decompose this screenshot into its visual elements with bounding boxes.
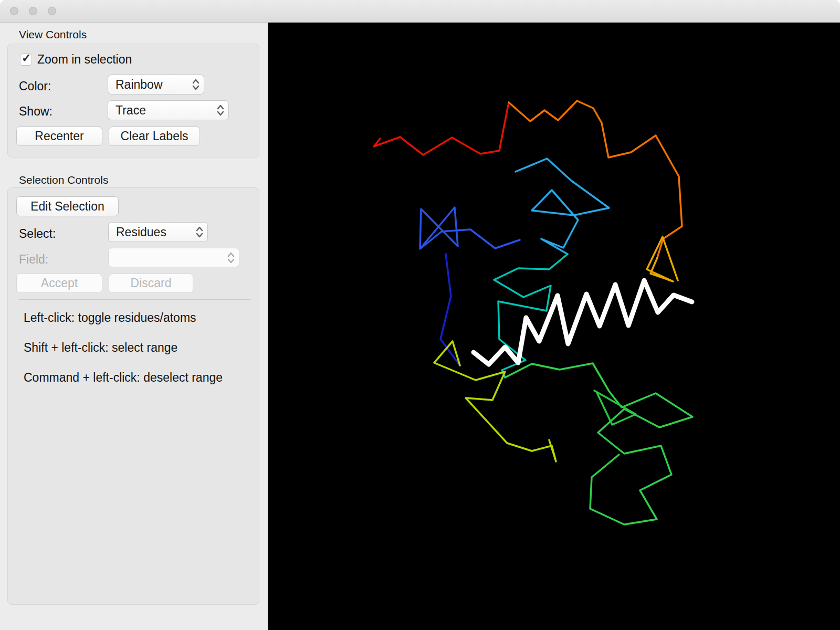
recenter-button[interactable]: Recenter: [16, 127, 102, 146]
zoom-in-selection-label: Zoom in selection: [37, 52, 132, 67]
trace-segment-n-terminus-red: [374, 102, 509, 155]
trace-segment-selected-residues-white: [474, 280, 692, 364]
instruction-shift-left-click: Shift + left-click: select range: [24, 341, 177, 355]
updown-chevron-icon: [226, 251, 236, 265]
select-popup[interactable]: Residues: [108, 222, 208, 242]
show-popup[interactable]: Trace: [108, 100, 229, 120]
updown-chevron-icon: [191, 78, 201, 91]
trace-segment-green-knot: [594, 391, 636, 425]
selection-controls-title: Selection Controls: [19, 174, 108, 186]
molecule-viewport[interactable]: [268, 23, 840, 630]
app-window: View Controls ✓ Zoom in selection Color:…: [0, 0, 840, 630]
trace-segment-teal: [494, 254, 568, 377]
title-bar: [0, 0, 840, 23]
trace-segment-orange: [509, 101, 682, 258]
show-popup-value: Trace: [116, 103, 146, 118]
field-label: Field:: [19, 253, 48, 267]
close-button[interactable]: [10, 7, 18, 15]
accept-button[interactable]: Accept: [16, 274, 102, 293]
show-label: Show:: [19, 104, 52, 119]
trace-segment-blue: [420, 207, 520, 249]
updown-chevron-icon: [195, 225, 204, 239]
instruction-left-click: Left-click: toggle residues/atoms: [24, 311, 196, 325]
trace-segment-green: [505, 363, 692, 524]
select-label: Select:: [19, 227, 56, 241]
control-sidebar: View Controls ✓ Zoom in selection Color:…: [0, 23, 268, 630]
minimize-button[interactable]: [29, 7, 37, 15]
protein-trace-svg: [268, 23, 840, 630]
zoom-window-button[interactable]: [48, 7, 56, 15]
instructions-divider: [19, 299, 250, 300]
discard-button[interactable]: Discard: [109, 274, 193, 293]
instruction-command-left-click: Command + left-click: deselect range: [24, 371, 223, 385]
trace-segment-dark-blue: [440, 254, 460, 365]
color-popup[interactable]: Rainbow: [108, 75, 204, 94]
trace-segment-sky-blue: [516, 159, 609, 254]
select-popup-value: Residues: [116, 225, 166, 239]
checkmark-icon: ✓: [22, 51, 31, 65]
updown-chevron-icon: [216, 103, 225, 117]
edit-selection-button[interactable]: Edit Selection: [16, 196, 119, 216]
color-popup-value: Rainbow: [116, 78, 163, 92]
field-popup[interactable]: [108, 248, 239, 267]
view-controls-title: View Controls: [19, 28, 87, 41]
zoom-in-selection-checkbox[interactable]: ✓: [20, 54, 32, 66]
clear-labels-button[interactable]: Clear Labels: [109, 127, 200, 146]
color-label: Color:: [19, 79, 51, 93]
